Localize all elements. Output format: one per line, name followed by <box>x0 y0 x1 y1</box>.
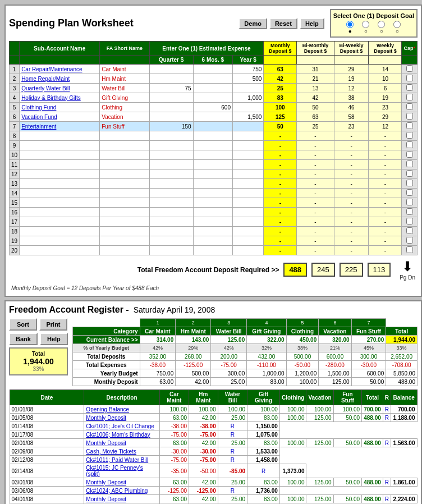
year-19[interactable] <box>233 236 264 246</box>
sixmos-3[interactable] <box>193 84 232 93</box>
weekly-radio-item[interactable]: ○ <box>393 21 401 34</box>
year-5[interactable] <box>233 103 264 112</box>
tx-desc[interactable]: Monthly Deposit <box>84 495 159 503</box>
cap-7[interactable] <box>402 122 418 131</box>
tx-desc[interactable]: Monthly Deposit <box>84 439 159 447</box>
cap-6[interactable] <box>402 112 418 122</box>
bank-button[interactable]: Bank <box>9 333 38 345</box>
quarter-15[interactable] <box>149 198 193 208</box>
sub-account-6[interactable]: Vacation Fund <box>20 112 100 122</box>
sub-account-5[interactable]: Clothing Fund <box>20 103 100 112</box>
sixmos-7[interactable] <box>193 122 232 131</box>
quarter-18[interactable] <box>149 227 193 236</box>
cap-17[interactable] <box>402 217 418 227</box>
quarter-17[interactable] <box>149 217 193 227</box>
sixmos-20[interactable] <box>193 246 232 255</box>
year-20[interactable] <box>233 246 264 255</box>
print-button[interactable]: Print <box>39 318 67 331</box>
year-18[interactable] <box>233 227 264 236</box>
cap-14[interactable] <box>402 189 418 198</box>
cap-13[interactable] <box>402 179 418 189</box>
tx-desc[interactable]: Opening Balance <box>84 405 159 414</box>
sixmos-15[interactable] <box>193 198 232 208</box>
quarter-5[interactable] <box>149 103 193 112</box>
year-13[interactable] <box>233 179 264 189</box>
sixmos-9[interactable] <box>193 141 232 150</box>
quarter-19[interactable] <box>149 236 193 246</box>
quarter-3[interactable]: 75 <box>149 84 193 93</box>
cap-20[interactable] <box>402 246 418 255</box>
quarter-8[interactable] <box>149 131 193 141</box>
year-16[interactable] <box>233 208 264 217</box>
tx-desc[interactable]: Ck#1011; Paid Water Bill <box>84 456 159 464</box>
sixmos-1[interactable] <box>193 65 232 74</box>
quarter-11[interactable] <box>149 160 193 169</box>
monthly-radio-item[interactable]: ● <box>346 21 354 34</box>
tx-desc[interactable]: Ck#1006; Mom's Birthday <box>84 430 159 439</box>
year-4[interactable]: 1,000 <box>233 93 264 103</box>
tx-desc[interactable]: Ck#1015; JC Penney's (split) <box>84 464 159 478</box>
quarter-6[interactable] <box>149 112 193 122</box>
cap-4[interactable] <box>402 93 418 103</box>
sub-account-3[interactable]: Quarterly Water Bill <box>20 84 100 93</box>
quarter-7[interactable]: 150 <box>149 122 193 131</box>
year-1[interactable]: 750 <box>233 65 264 74</box>
sub-account-7[interactable]: Entertainment <box>20 122 100 131</box>
reset-button[interactable]: Reset <box>269 18 297 29</box>
tx-desc[interactable]: Monthly Deposit <box>84 478 159 487</box>
sixmos-6[interactable] <box>193 112 232 122</box>
sub-account-4[interactable]: Holiday & Birthday Gifts <box>20 93 100 103</box>
quarter-4[interactable] <box>149 93 193 103</box>
sixmos-4[interactable] <box>193 93 232 103</box>
sub-account-1[interactable]: Car Repair/Maintenance <box>20 65 100 74</box>
sixmos-8[interactable] <box>193 131 232 141</box>
year-12[interactable] <box>233 169 264 179</box>
tx-desc[interactable]: Ck#1024; ABC Plumbing <box>84 487 159 495</box>
cap-1[interactable] <box>402 65 418 74</box>
year-15[interactable] <box>233 198 264 208</box>
sixmos-17[interactable] <box>193 217 232 227</box>
help-button-reg[interactable]: Help <box>40 333 68 345</box>
sub-account-2[interactable]: Home Repair/Maint <box>20 74 100 84</box>
quarter-13[interactable] <box>149 179 193 189</box>
help-button[interactable]: Help <box>300 18 324 29</box>
sixmos-19[interactable] <box>193 236 232 246</box>
year-7[interactable] <box>233 122 264 131</box>
sort-button[interactable]: Sort <box>9 318 37 331</box>
demo-button[interactable]: Demo <box>238 18 267 29</box>
quarter-16[interactable] <box>149 208 193 217</box>
sixmos-11[interactable] <box>193 160 232 169</box>
sixmos-10[interactable] <box>193 150 232 160</box>
sixmos-14[interactable] <box>193 189 232 198</box>
year-11[interactable] <box>233 160 264 169</box>
quarter-12[interactable] <box>149 169 193 179</box>
quarter-20[interactable] <box>149 246 193 255</box>
quarter-1[interactable] <box>149 65 193 74</box>
sixmos-12[interactable] <box>193 169 232 179</box>
year-17[interactable] <box>233 217 264 227</box>
cap-8[interactable] <box>402 131 418 141</box>
sixmos-5[interactable]: 600 <box>193 103 232 112</box>
biweekly-radio-item[interactable]: ○ <box>378 21 385 34</box>
quarter-9[interactable] <box>149 141 193 150</box>
bimonthly-radio-item[interactable]: ○ <box>362 21 369 34</box>
sixmos-2[interactable] <box>193 74 232 84</box>
year-2[interactable]: 500 <box>233 74 264 84</box>
cap-5[interactable] <box>402 103 418 112</box>
cap-2[interactable] <box>402 74 418 84</box>
year-14[interactable] <box>233 189 264 198</box>
cap-9[interactable] <box>402 141 418 150</box>
year-9[interactable] <box>233 141 264 150</box>
year-10[interactable] <box>233 150 264 160</box>
cap-12[interactable] <box>402 169 418 179</box>
cap-10[interactable] <box>402 150 418 160</box>
sixmos-16[interactable] <box>193 208 232 217</box>
cap-11[interactable] <box>402 160 418 169</box>
biweekly-radio[interactable] <box>378 21 385 28</box>
year-6[interactable]: 1,500 <box>233 112 264 122</box>
cap-16[interactable] <box>402 208 418 217</box>
year-8[interactable] <box>233 131 264 141</box>
quarter-2[interactable] <box>149 74 193 84</box>
cap-19[interactable] <box>402 236 418 246</box>
quarter-14[interactable] <box>149 189 193 198</box>
